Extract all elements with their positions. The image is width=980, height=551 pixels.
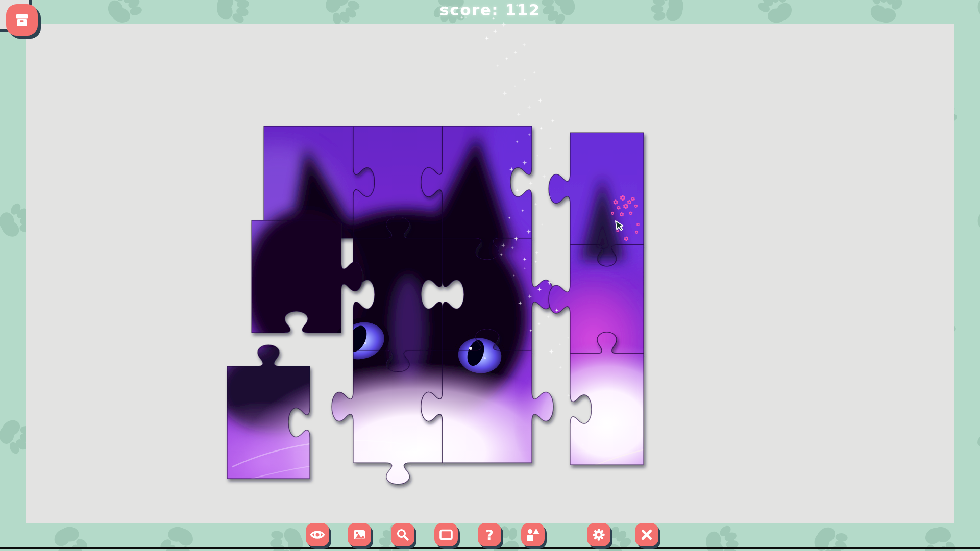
show-preview-button[interactable] (306, 523, 329, 546)
score-label: score: 112 (439, 1, 540, 19)
shapes-icon (525, 527, 541, 543)
question-mark-icon: ? (481, 527, 498, 543)
piece-shapes-button[interactable] (521, 523, 545, 546)
archive-box-icon (12, 10, 32, 30)
magnifier-icon (395, 527, 411, 543)
exit-button[interactable] (635, 523, 658, 546)
help-button[interactable]: ? (478, 523, 501, 546)
settings-button[interactable] (587, 523, 610, 546)
svg-text:?: ? (485, 527, 494, 543)
eye-icon (309, 527, 326, 543)
background-image-button[interactable] (348, 523, 371, 546)
zoom-button[interactable] (391, 523, 414, 546)
puzzle-scene (0, 0, 980, 551)
menu-button[interactable] (6, 4, 38, 36)
frame-button[interactable] (434, 523, 458, 546)
close-icon (639, 527, 655, 543)
bottom-divider-line (0, 547, 980, 549)
frame-icon (438, 527, 454, 543)
gear-icon (591, 527, 607, 543)
picture-icon (351, 527, 368, 543)
